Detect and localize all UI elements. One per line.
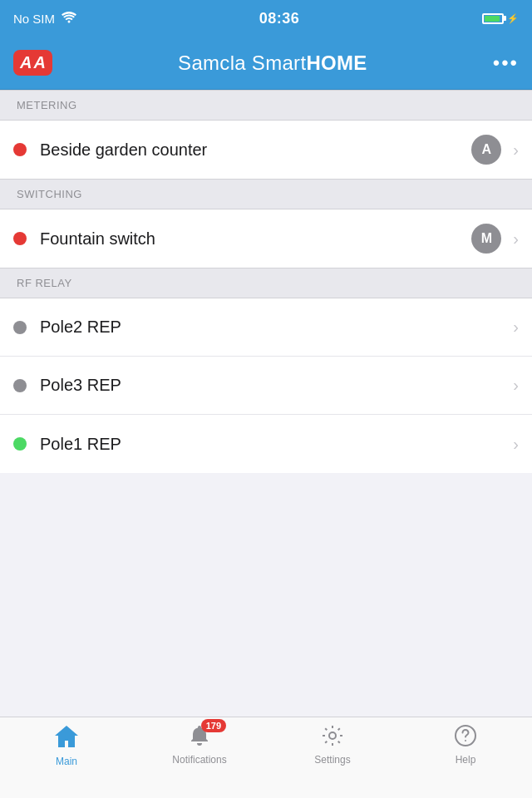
gear-icon-wrap [321, 724, 344, 751]
help-icon [454, 724, 477, 747]
chevron-right-icon: › [513, 140, 519, 160]
switching-list: Fountain switch M › [0, 209, 532, 268]
tab-notifications-label: Notifications [172, 754, 226, 766]
tab-notifications[interactable]: 179 Notifications [133, 724, 266, 766]
tab-help-label: Help [456, 754, 476, 766]
list-item[interactable]: Pole3 REP › [0, 357, 532, 415]
logo-letter-a2: A [33, 53, 45, 72]
tab-help[interactable]: Help [399, 724, 532, 766]
bell-icon-wrap: 179 [188, 724, 211, 751]
avatar: M [471, 224, 501, 254]
home-icon [53, 724, 80, 749]
rf-relay-list: Pole2 REP › Pole3 REP › Pole1 REP › [0, 298, 532, 473]
app-title-regular: Samcla Smart [178, 52, 306, 74]
app-title-bold: HOME [306, 52, 367, 74]
status-dot-red [13, 232, 27, 245]
metering-list: Beside garden counter A › [0, 121, 532, 179]
chevron-right-icon: › [513, 318, 519, 337]
svg-point-2 [465, 740, 466, 741]
tab-settings[interactable]: Settings [266, 724, 399, 766]
gear-icon [321, 724, 344, 747]
charging-icon: ⚡ [507, 13, 519, 24]
status-dot-gray [13, 321, 27, 334]
item-label: Pole2 REP [40, 318, 510, 337]
item-label: Pole1 REP [40, 435, 510, 454]
app-logo: A A [13, 50, 52, 76]
avatar: A [471, 135, 501, 165]
section-header-rf-relay: RF RELAY [0, 268, 532, 298]
home-icon-wrap [53, 724, 80, 752]
list-item[interactable]: Fountain switch M › [0, 209, 532, 268]
status-dot-gray [13, 379, 27, 392]
more-menu-button[interactable]: ••• [493, 52, 519, 75]
carrier-label: No SIM [13, 12, 55, 26]
battery-icon [482, 13, 504, 24]
app-title: Samcla SmartHOME [178, 52, 367, 75]
tab-bar: Main 179 Notifications Settings [0, 717, 532, 798]
status-dot-red [13, 143, 27, 156]
status-left: No SIM [13, 12, 76, 26]
section-header-switching: SWITCHING [0, 179, 532, 209]
tab-main[interactable]: Main [0, 724, 133, 767]
item-label: Beside garden counter [40, 140, 471, 160]
svg-point-0 [329, 732, 336, 739]
content-area: METERING Beside garden counter A › SWITC… [0, 90, 532, 717]
tab-main-label: Main [56, 756, 77, 767]
list-item[interactable]: Pole1 REP › [0, 415, 532, 473]
wifi-icon [62, 12, 76, 26]
chevron-right-icon: › [513, 435, 519, 454]
chevron-right-icon: › [513, 229, 519, 249]
status-bar: No SIM 08:36 ⚡ [0, 0, 532, 37]
list-item[interactable]: Pole2 REP › [0, 298, 532, 357]
time-label: 08:36 [259, 10, 300, 27]
help-icon-wrap [454, 724, 477, 751]
tab-settings-label: Settings [314, 754, 350, 766]
notification-badge: 179 [201, 719, 226, 732]
status-dot-green [13, 437, 27, 451]
item-label: Pole3 REP [40, 376, 510, 395]
list-item[interactable]: Beside garden counter A › [0, 121, 532, 179]
section-header-metering: METERING [0, 90, 532, 121]
chevron-right-icon: › [513, 376, 519, 395]
app-header: A A Samcla SmartHOME ••• [0, 37, 532, 90]
item-label: Fountain switch [40, 229, 471, 249]
logo-letter-a1: A [20, 53, 32, 72]
status-right: ⚡ [482, 13, 519, 24]
